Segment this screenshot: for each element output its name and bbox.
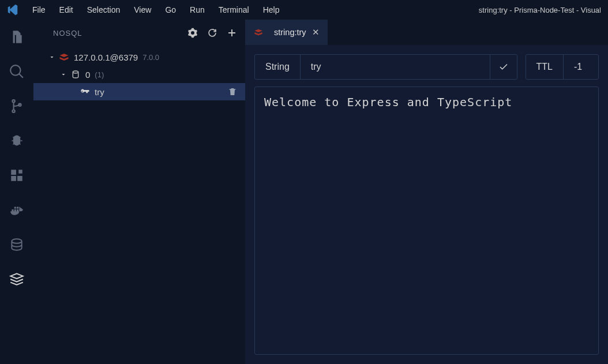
menu-bar: File Edit Selection View Go Run Terminal…	[0, 0, 608, 20]
docker-icon[interactable]	[7, 201, 26, 219]
add-icon[interactable]	[227, 28, 237, 38]
ttl-value-input[interactable]: -1	[564, 55, 598, 79]
tab-string-try[interactable]: string:try ✕	[245, 20, 328, 45]
key-name-input[interactable]: try	[301, 55, 490, 79]
nosql-icon[interactable]	[7, 270, 26, 288]
close-icon[interactable]: ✕	[312, 27, 320, 37]
connection-version: 7.0.0	[142, 53, 159, 62]
settings-icon[interactable]	[187, 28, 198, 38]
key-icon	[80, 87, 90, 97]
main-area: NOSQL 127.0.0.1	[0, 20, 608, 364]
confirm-icon[interactable]	[490, 55, 517, 79]
tab-label: string:try	[274, 28, 306, 37]
menu-edit[interactable]: Edit	[52, 3, 80, 17]
database-row[interactable]: 0 (1)	[33, 66, 245, 83]
editor-area: string:try ✕ String try TTL -1 Welcome t…	[245, 20, 608, 364]
database-index: 0	[85, 70, 90, 80]
ttl-label: TTL	[526, 55, 564, 79]
menu-go[interactable]: Go	[158, 3, 183, 17]
connection-row[interactable]: 127.0.0.1@6379 7.0.0	[33, 48, 245, 66]
vscode-logo-icon	[5, 3, 21, 16]
source-control-icon[interactable]	[7, 97, 26, 115]
connection-label: 127.0.0.1@6379	[74, 52, 138, 62]
extensions-icon[interactable]	[7, 166, 26, 185]
key-name-group: String try	[254, 54, 517, 80]
activity-bar	[0, 20, 33, 364]
menu-run[interactable]: Run	[183, 3, 212, 17]
search-icon[interactable]	[7, 62, 26, 81]
menu-terminal[interactable]: Terminal	[212, 3, 256, 17]
database-small-icon	[70, 69, 81, 80]
refresh-icon[interactable]	[207, 28, 217, 38]
redis-icon	[253, 27, 264, 37]
database-keycount: (1)	[95, 70, 104, 79]
connection-tree: 127.0.0.1@6379 7.0.0 0 (1) try	[33, 46, 245, 103]
redis-icon	[59, 52, 69, 62]
chevron-down-icon	[59, 71, 68, 78]
key-row[interactable]: try	[33, 83, 245, 100]
ttl-group: TTL -1	[526, 54, 599, 80]
value-editor[interactable]: Welcome to Express and TypeScript	[254, 87, 599, 355]
sidebar-panel: NOSQL 127.0.0.1	[33, 20, 245, 364]
sidebar-header: NOSQL	[33, 20, 245, 46]
explorer-icon[interactable]	[7, 28, 26, 46]
menu-selection[interactable]: Selection	[80, 3, 127, 17]
menu-view[interactable]: View	[127, 3, 158, 17]
sidebar-title: NOSQL	[53, 29, 82, 37]
database-icon[interactable]	[7, 235, 26, 254]
chevron-down-icon	[47, 54, 57, 61]
key-name: try	[95, 87, 104, 97]
type-label: String	[255, 55, 301, 79]
key-controls: String try TTL -1	[245, 45, 608, 87]
debug-icon[interactable]	[7, 132, 26, 150]
menu-file[interactable]: File	[25, 3, 52, 17]
menu-help[interactable]: Help	[256, 3, 287, 17]
delete-icon[interactable]	[228, 87, 237, 96]
window-title: string:try - Prisma-Node-Test - Visual	[479, 6, 603, 14]
tab-bar: string:try ✕	[245, 20, 608, 45]
